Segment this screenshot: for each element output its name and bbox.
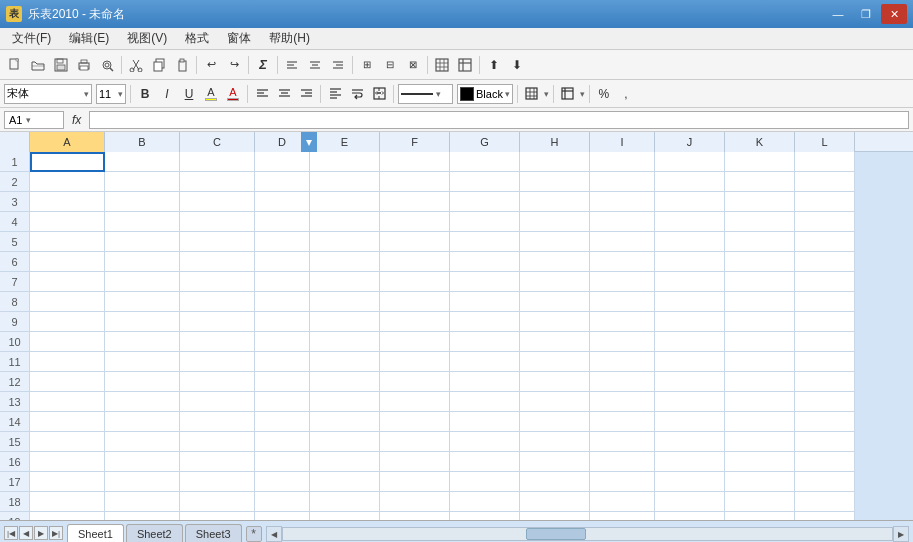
fill-color-select[interactable]: Black ▾ xyxy=(457,84,513,104)
cell-I15[interactable] xyxy=(590,432,655,452)
cell-E4[interactable] xyxy=(310,212,380,232)
cell-I3[interactable] xyxy=(590,192,655,212)
cell-A1[interactable] xyxy=(30,152,105,172)
cell-J2[interactable] xyxy=(655,172,725,192)
cell-J14[interactable] xyxy=(655,412,725,432)
cell-C6[interactable] xyxy=(180,252,255,272)
cell-C5[interactable] xyxy=(180,232,255,252)
align-center-btn[interactable] xyxy=(304,54,326,76)
cell-I16[interactable] xyxy=(590,452,655,472)
border-line-select[interactable]: ▾ xyxy=(398,84,453,104)
cell-H9[interactable] xyxy=(520,312,590,332)
col-header-G[interactable]: G xyxy=(450,132,520,152)
cell-L11[interactable] xyxy=(795,352,855,372)
percent-btn[interactable]: % xyxy=(594,84,614,104)
font-size-select[interactable]: 11 ▾ xyxy=(96,84,126,104)
cell-K17[interactable] xyxy=(725,472,795,492)
cell-D9[interactable] xyxy=(255,312,310,332)
cell-A2[interactable] xyxy=(30,172,105,192)
cell-F2[interactable] xyxy=(380,172,450,192)
cell-F10[interactable] xyxy=(380,332,450,352)
cell-F15[interactable] xyxy=(380,432,450,452)
cell-F16[interactable] xyxy=(380,452,450,472)
cell-G16[interactable] xyxy=(450,452,520,472)
cell-G2[interactable] xyxy=(450,172,520,192)
cell-B7[interactable] xyxy=(105,272,180,292)
col-header-A[interactable]: A xyxy=(30,132,105,152)
cell-J5[interactable] xyxy=(655,232,725,252)
cell-D2[interactable] xyxy=(255,172,310,192)
cell-F1[interactable] xyxy=(380,152,450,172)
cell-H6[interactable] xyxy=(520,252,590,272)
menu-form[interactable]: 窗体 xyxy=(219,28,259,49)
cell-A9[interactable] xyxy=(30,312,105,332)
formula-input[interactable] xyxy=(89,111,909,129)
cell-H11[interactable] xyxy=(520,352,590,372)
cell-I17[interactable] xyxy=(590,472,655,492)
cell-J7[interactable] xyxy=(655,272,725,292)
cell-D5[interactable] xyxy=(255,232,310,252)
cell-reference-box[interactable]: A1 ▾ xyxy=(4,111,64,129)
cell-L5[interactable] xyxy=(795,232,855,252)
cell-I1[interactable] xyxy=(590,152,655,172)
cell-J18[interactable] xyxy=(655,492,725,512)
cell-K2[interactable] xyxy=(725,172,795,192)
cell-E13[interactable] xyxy=(310,392,380,412)
tab-nav-first[interactable]: |◀ xyxy=(4,526,18,540)
cell-C4[interactable] xyxy=(180,212,255,232)
cell-F13[interactable] xyxy=(380,392,450,412)
cell-F12[interactable] xyxy=(380,372,450,392)
border-grid-btn[interactable] xyxy=(522,84,542,104)
cell-E5[interactable] xyxy=(310,232,380,252)
menu-edit[interactable]: 编辑(E) xyxy=(61,28,117,49)
cell-C14[interactable] xyxy=(180,412,255,432)
cell-D4[interactable] xyxy=(255,212,310,232)
cell-A18[interactable] xyxy=(30,492,105,512)
cell-B12[interactable] xyxy=(105,372,180,392)
cell-C19[interactable] xyxy=(180,512,255,520)
cell-I7[interactable] xyxy=(590,272,655,292)
cell-J11[interactable] xyxy=(655,352,725,372)
cell-E14[interactable] xyxy=(310,412,380,432)
cell-D6[interactable] xyxy=(255,252,310,272)
cell-G11[interactable] xyxy=(450,352,520,372)
cell-K6[interactable] xyxy=(725,252,795,272)
preview-button[interactable] xyxy=(96,54,118,76)
cell-F11[interactable] xyxy=(380,352,450,372)
cell-B4[interactable] xyxy=(105,212,180,232)
cell-A10[interactable] xyxy=(30,332,105,352)
cell-K5[interactable] xyxy=(725,232,795,252)
cell-K13[interactable] xyxy=(725,392,795,412)
cell-G15[interactable] xyxy=(450,432,520,452)
col-header-J[interactable]: J xyxy=(655,132,725,152)
cell-H10[interactable] xyxy=(520,332,590,352)
menu-help[interactable]: 帮助(H) xyxy=(261,28,318,49)
cell-A11[interactable] xyxy=(30,352,105,372)
cell-K14[interactable] xyxy=(725,412,795,432)
restore-button[interactable]: ❐ xyxy=(853,4,879,24)
highlight-color-btn[interactable]: A xyxy=(201,84,221,104)
freeze-dropdown[interactable]: ▾ xyxy=(580,89,585,99)
cell-H18[interactable] xyxy=(520,492,590,512)
cell-B5[interactable] xyxy=(105,232,180,252)
cell-L8[interactable] xyxy=(795,292,855,312)
cell-L7[interactable] xyxy=(795,272,855,292)
border-grid-dropdown[interactable]: ▾ xyxy=(544,89,549,99)
freeze-btn[interactable] xyxy=(454,54,476,76)
cell-E18[interactable] xyxy=(310,492,380,512)
cell-D14[interactable] xyxy=(255,412,310,432)
cell-B2[interactable] xyxy=(105,172,180,192)
col-header-I[interactable]: I xyxy=(590,132,655,152)
align-center-font-btn[interactable] xyxy=(274,84,294,104)
cell-D18[interactable] xyxy=(255,492,310,512)
cell-C16[interactable] xyxy=(180,452,255,472)
merge2-btn[interactable]: ⊟ xyxy=(379,54,401,76)
cell-I5[interactable] xyxy=(590,232,655,252)
cell-K19[interactable] xyxy=(725,512,795,520)
cell-K12[interactable] xyxy=(725,372,795,392)
cell-A13[interactable] xyxy=(30,392,105,412)
cell-F3[interactable] xyxy=(380,192,450,212)
cell-B15[interactable] xyxy=(105,432,180,452)
cell-E11[interactable] xyxy=(310,352,380,372)
tab-nav-last[interactable]: ▶| xyxy=(49,526,63,540)
